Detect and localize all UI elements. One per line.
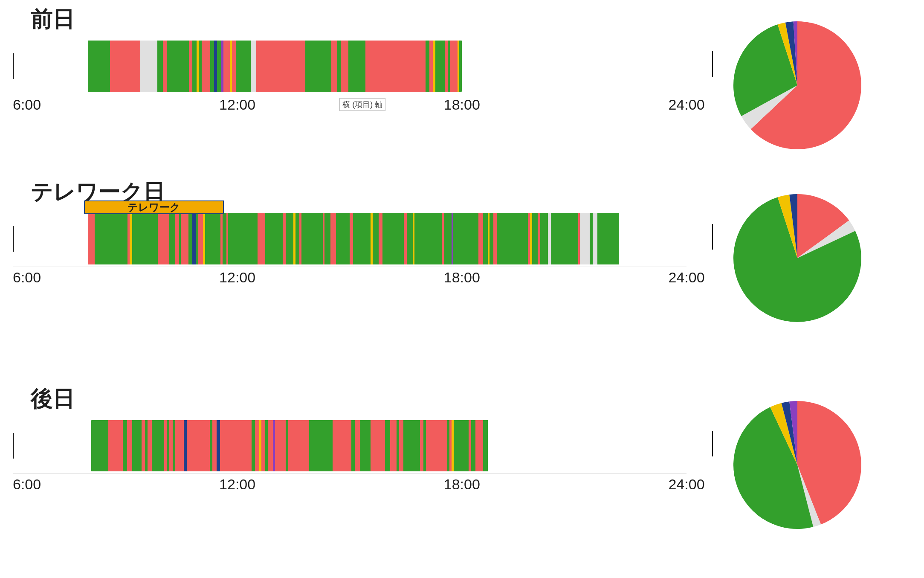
timeline-segment [580,213,590,264]
timeline-segment [88,41,110,92]
axis-baseline [13,267,686,267]
pie-chart-next [733,401,861,531]
timeline-segment [351,420,355,471]
timeline-segment [309,420,332,471]
timeline-segment [189,41,192,92]
axis-tooltip: 横 (項目) 軸 [339,98,385,111]
timeline-segment [236,41,251,92]
timeline-segment [350,213,353,264]
timeline-segment [483,213,488,264]
timeline-segment [382,213,404,264]
axis-tick-label: 6:00 [13,269,41,286]
timeline-segment [127,420,132,471]
timeline-segment [258,213,265,264]
timeline-segment [152,420,165,471]
timeline-segment [324,213,330,264]
timeline-segment [255,420,259,471]
axis-tick-label: 18:00 [444,269,480,286]
timeline-segment [360,420,371,471]
pie-chart-prev [733,21,861,151]
timeline-segment [355,420,360,471]
timeline-segment [220,420,252,471]
row-telework: テレワーク日6:0012:0018:0024:00テレワーク [0,177,924,305]
timeline-segment [450,41,458,92]
timeline-segment [91,420,108,471]
timeline-segment [265,213,283,264]
timeline-segment [157,41,163,92]
timeline-segment [223,41,230,92]
timeline-segment [108,420,123,471]
timeline-segment [478,213,483,264]
timeline-segment [330,213,336,264]
timeline-segment [420,420,423,471]
timeline-segment [167,41,189,92]
timeline-bar-telework [88,213,619,264]
timeline-segment [256,41,305,92]
pie-axis-tick [712,431,713,456]
axis-tick-labels: 6:0012:0018:0024:00 [13,269,686,286]
timeline-segment [283,213,286,264]
timeline-segment [181,213,188,264]
timeline-segment [435,41,445,92]
timeline-segment [169,213,175,264]
timeline-segment [532,213,538,264]
pie-chart-telework [733,194,861,324]
timeline-segment [426,420,447,471]
timeline-segment [429,41,433,92]
timeline-segment [471,420,475,471]
telework-badge: テレワーク [84,200,224,214]
timeline-segment [483,420,488,471]
timeline-segment [459,41,462,92]
timeline-segment [187,420,210,471]
axis-tick-label: 6:00 [13,476,41,493]
timeline-segment [212,420,217,471]
timeline-segment [210,41,214,92]
timeline-segment [331,41,337,92]
timeline-segment [540,213,548,264]
timeline-segment [148,420,152,471]
timeline-segment [140,41,157,92]
timeline-segment [288,420,309,471]
timeline-segment [158,213,169,264]
timeline-segment [490,213,493,264]
timeline-segment [175,420,184,471]
timeline-segment [169,420,173,471]
timeline-segment [407,213,413,264]
timeline-segment [337,41,341,92]
timeline-segment [341,41,348,92]
axis-tick-label: 12:00 [219,269,255,286]
timeline-segment [252,420,255,471]
row-next: 後日6:0012:0018:0024:00 [0,384,924,512]
timeline-segment [353,213,371,264]
timeline-segment [175,213,179,264]
timeline-segment [142,420,145,471]
timeline-segment [590,213,593,264]
timeline-segment [414,213,442,264]
timeline-segment [268,420,273,471]
timeline-segment [371,420,385,471]
timeline-segment [192,41,197,92]
timeline-segment [223,213,226,264]
timeline-segment [373,213,379,264]
axis-tick-left [13,226,14,252]
timeline-segment [333,420,351,471]
axis-tick-left [13,53,14,79]
timeline-segment [301,213,323,264]
axis-baseline [13,473,686,474]
timeline-segment [214,41,217,92]
timeline-segment [348,41,365,92]
timeline-segment [110,41,140,92]
row-prev: 前日6:0012:0018:0024:00横 (項目) 軸 [0,4,924,132]
timeline-segment [305,41,332,92]
timeline-segment [399,420,403,471]
axis-tick-label: 24:00 [668,476,704,493]
timeline-segment [286,213,293,264]
timeline-segment [192,213,195,264]
timeline-segment [493,213,496,264]
axis-baseline [13,94,686,94]
row-title-prev: 前日 [31,4,75,34]
axis-tick-label: 18:00 [444,476,480,493]
timeline-segment [132,213,157,264]
timeline-segment [295,213,299,264]
timeline-segment [205,213,220,264]
